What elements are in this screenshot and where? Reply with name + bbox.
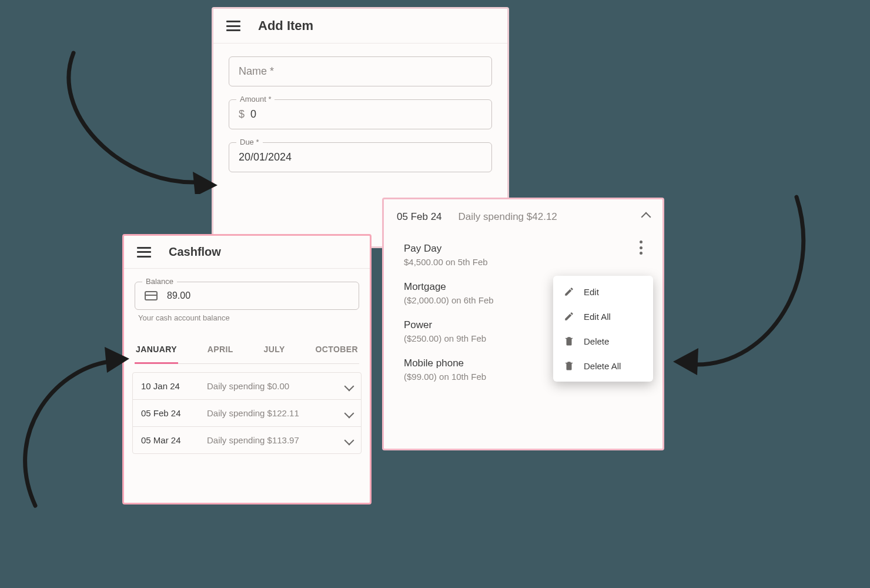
amount-field[interactable]: Amount * $0 xyxy=(229,99,492,129)
due-value: 20/01/2024 xyxy=(239,151,292,163)
arrow-decoration xyxy=(6,335,129,512)
tab-october[interactable]: OCTOBER xyxy=(314,339,359,363)
menu-edit-all-label: Edit All xyxy=(584,312,611,322)
arrow-decoration xyxy=(41,41,218,194)
cashflow-row[interactable]: 10 Jan 24 Daily spending $0.00 xyxy=(133,373,361,400)
add-item-topbar: Add Item xyxy=(213,9,507,44)
chevron-up-icon xyxy=(641,212,651,222)
chevron-down-icon xyxy=(344,381,354,391)
detail-panel: 05 Feb 24 Daily spending $42.12 Pay Day … xyxy=(382,198,664,450)
hamburger-icon[interactable] xyxy=(137,247,151,258)
arrow-decoration xyxy=(664,188,811,388)
trash-icon xyxy=(564,360,574,371)
pencil-icon xyxy=(564,286,574,297)
balance-field[interactable]: Balance 89.00 xyxy=(135,282,359,310)
amount-value: 0 xyxy=(250,108,256,120)
detail-spend: Daily spending $42.12 xyxy=(459,211,643,223)
add-item-title: Add Item xyxy=(258,18,313,34)
context-menu: Edit Edit All Delete Delete All xyxy=(553,276,653,382)
pencil-icon xyxy=(564,311,574,322)
chevron-down-icon xyxy=(344,408,354,418)
menu-edit-label: Edit xyxy=(584,287,599,297)
row-date: 05 Mar 24 xyxy=(141,435,207,445)
balance-label: Balance xyxy=(142,277,177,286)
currency-symbol: $ xyxy=(239,108,245,120)
item-name: Pay Day xyxy=(404,243,662,255)
tab-july[interactable]: JULY xyxy=(263,339,286,363)
row-spend: Daily spending $113.97 xyxy=(207,435,346,445)
month-tabs: JANUARY APRIL JULY OCTOBER xyxy=(135,339,359,364)
menu-delete-label: Delete xyxy=(584,336,609,346)
card-icon xyxy=(145,291,158,300)
tab-january[interactable]: JANUARY xyxy=(135,339,178,364)
row-spend: Daily spending $0.00 xyxy=(207,381,346,391)
cashflow-row[interactable]: 05 Mar 24 Daily spending $113.97 xyxy=(133,427,361,453)
tab-april[interactable]: APRIL xyxy=(206,339,235,363)
row-spend: Daily spending $122.11 xyxy=(207,408,346,418)
due-field[interactable]: Due * 20/01/2024 xyxy=(229,142,492,172)
menu-delete[interactable]: Delete xyxy=(553,329,653,353)
name-placeholder: Name * xyxy=(239,65,274,77)
detail-date: 05 Feb 24 xyxy=(397,211,442,223)
name-field[interactable]: Name * xyxy=(229,56,492,86)
cashflow-topbar: Cashflow xyxy=(124,236,370,269)
kebab-icon[interactable] xyxy=(635,240,646,255)
item-sub: $4,500.00 on 5th Feb xyxy=(404,257,662,267)
amount-label: Amount * xyxy=(236,95,275,103)
trash-icon xyxy=(564,336,574,346)
detail-header[interactable]: 05 Feb 24 Daily spending $42.12 xyxy=(384,199,662,235)
cashflow-panel: Cashflow Balance 89.00 Your cash account… xyxy=(122,234,372,505)
balance-value: 89.00 xyxy=(167,290,190,301)
balance-helper: Your cash account balance xyxy=(138,313,370,322)
due-label: Due * xyxy=(236,138,263,146)
menu-edit[interactable]: Edit xyxy=(553,279,653,304)
detail-item: Pay Day $4,500.00 on 5th Feb xyxy=(404,237,662,275)
row-date: 05 Feb 24 xyxy=(141,408,207,418)
cashflow-rows: 10 Jan 24 Daily spending $0.00 05 Feb 24… xyxy=(132,372,362,454)
cashflow-title: Cashflow xyxy=(169,245,221,259)
row-date: 10 Jan 24 xyxy=(141,381,207,391)
chevron-down-icon xyxy=(344,435,354,445)
menu-delete-all[interactable]: Delete All xyxy=(553,353,653,378)
menu-edit-all[interactable]: Edit All xyxy=(553,304,653,329)
cashflow-row[interactable]: 05 Feb 24 Daily spending $122.11 xyxy=(133,400,361,427)
hamburger-icon[interactable] xyxy=(226,21,240,31)
menu-delete-all-label: Delete All xyxy=(584,361,621,371)
